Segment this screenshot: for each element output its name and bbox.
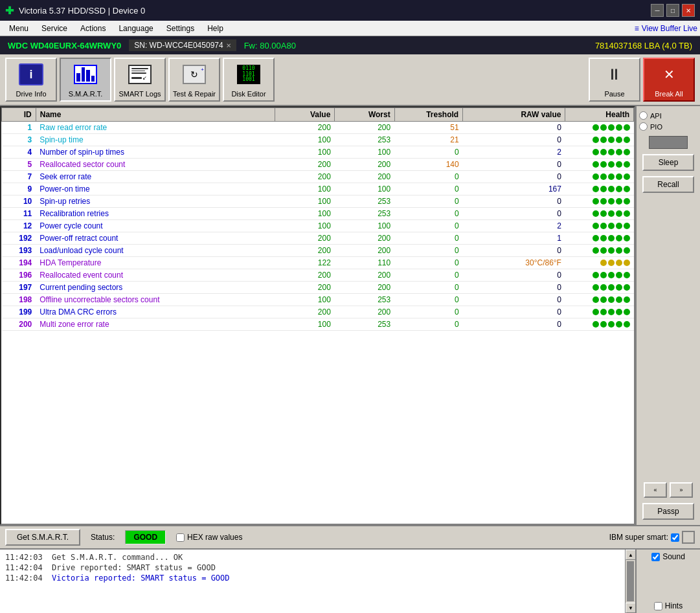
health-dot — [616, 296, 622, 303]
passp-button[interactable]: Passp — [642, 503, 694, 520]
menu-service[interactable]: Service — [35, 23, 74, 34]
health-dots — [569, 223, 630, 229]
break-all-button[interactable]: ✕ Break All — [643, 58, 695, 102]
toolbar-drive-info[interactable]: i Drive Info — [5, 58, 57, 102]
health-dot — [616, 321, 622, 328]
minimize-button[interactable]: ─ — [651, 4, 664, 17]
cell-raw: 2 — [463, 220, 565, 232]
health-dot — [616, 272, 622, 278]
health-dot — [616, 247, 622, 254]
device-bar: WDC WD40EURX-64WRWY0 SN: WD-WCC4E0450974… — [0, 36, 700, 54]
toolbar-disk-editor[interactable]: 011011011001 Disk Editor — [223, 58, 275, 102]
hints-checkbox[interactable] — [654, 602, 662, 610]
col-id: ID — [2, 108, 36, 122]
health-dot — [600, 284, 607, 291]
table-row: 196 Reallocated event count 200 200 0 0 — [2, 269, 634, 282]
get-smart-button[interactable]: Get S.M.A.R.T. — [5, 529, 80, 546]
pause-icon: ⏸ — [602, 61, 627, 87]
pio-radio[interactable] — [639, 122, 648, 131]
cell-health — [565, 122, 634, 134]
health-dot — [608, 247, 615, 254]
health-dot — [624, 272, 630, 278]
pause-button[interactable]: ⏸ Pause — [589, 58, 640, 102]
health-dot — [616, 284, 622, 291]
log-message: Drive reported: SMART status = GOOD — [52, 563, 216, 572]
pio-label: PIO — [650, 123, 662, 131]
toolbar-smart-logs[interactable]: ↙ SMART Logs — [114, 58, 166, 102]
health-dot — [593, 198, 599, 205]
cell-raw: 0 — [463, 294, 565, 306]
scroll-down-button[interactable]: ▼ — [626, 603, 636, 613]
toolbar-smart[interactable]: S.M.A.R.T. — [60, 58, 111, 102]
col-name: Name — [36, 108, 275, 122]
sn-close-button[interactable]: ✕ — [226, 42, 231, 49]
recall-button[interactable]: Recall — [642, 176, 694, 193]
next-button[interactable]: » — [670, 482, 693, 498]
ibm-checkbox[interactable] — [671, 533, 679, 542]
menu-settings[interactable]: Settings — [160, 23, 201, 34]
cell-name: Power cycle count — [36, 220, 275, 232]
cell-worst: 100 — [335, 146, 394, 159]
health-dot — [616, 173, 622, 180]
cell-id: 1 — [2, 122, 36, 134]
health-dot — [593, 186, 599, 192]
health-dot — [624, 149, 630, 155]
smart-table-area: ID Name Value Worst Treshold RAW value H… — [0, 106, 635, 525]
prev-button[interactable]: « — [644, 482, 667, 498]
menu-help[interactable]: Help — [201, 23, 230, 34]
cell-raw: 0 — [463, 318, 565, 331]
cell-health — [565, 183, 634, 195]
health-dot — [593, 235, 599, 241]
cell-threshold: 0 — [394, 318, 463, 331]
view-buffer-button[interactable]: ≡ View Buffer Live — [635, 24, 697, 33]
toolbar-test-repair[interactable]: ↻ + Test & Repair — [168, 58, 220, 102]
cell-name: Power-off retract count — [36, 232, 275, 245]
close-button[interactable]: ✕ — [682, 4, 695, 17]
health-dot — [600, 198, 607, 205]
health-dot — [608, 296, 615, 303]
cell-threshold: 0 — [394, 146, 463, 159]
health-dot — [624, 210, 630, 217]
cell-threshold: 21 — [394, 134, 463, 146]
lba-info: 7814037168 LBA (4,0 TB) — [590, 39, 697, 52]
health-dot — [600, 321, 607, 328]
table-row: 198 Offline uncorrectable sectors count … — [2, 294, 634, 306]
health-dots — [569, 309, 630, 315]
smart-logs-label: SMART Logs — [119, 90, 161, 98]
scroll-up-button[interactable]: ▲ — [626, 550, 636, 560]
scroll-thumb[interactable] — [627, 561, 634, 601]
device-name[interactable]: WDC WD40EURX-64WRWY0 — [3, 39, 126, 52]
cell-threshold: 0 — [394, 282, 463, 294]
cell-threshold: 0 — [394, 245, 463, 257]
hex-checkbox[interactable] — [176, 533, 185, 542]
cell-worst: 253 — [335, 195, 394, 208]
health-dots — [569, 173, 630, 180]
health-dot — [624, 284, 630, 291]
table-row: 193 Load/unload cycle count 200 200 0 0 — [2, 245, 634, 257]
health-dot — [593, 137, 599, 143]
log-entry: 11:42:03 Get S.M.A.R.T. command... OK — [5, 552, 620, 563]
api-label: API — [650, 112, 662, 120]
api-radio[interactable] — [639, 111, 648, 120]
cell-threshold: 0 — [394, 269, 463, 282]
cell-name: HDA Temperature — [36, 257, 275, 269]
log-entry: 11:42:04 Drive reported: SMART status = … — [5, 563, 620, 573]
menu-menu[interactable]: Menu — [3, 23, 35, 34]
log-time: 11:42:04 — [5, 563, 44, 572]
cell-raw: 0 — [463, 208, 565, 220]
maximize-button[interactable]: □ — [666, 4, 679, 17]
pio-radio-row: PIO — [639, 122, 697, 131]
health-dot — [624, 235, 630, 241]
sleep-button[interactable]: Sleep — [642, 154, 694, 171]
cell-id: 4 — [2, 146, 36, 159]
menu-actions[interactable]: Actions — [74, 23, 112, 34]
health-dot — [616, 161, 622, 168]
disk-editor-icon: 011011011001 — [236, 61, 262, 87]
table-row: 9 Power-on time 100 100 0 167 — [2, 183, 634, 195]
health-dots — [569, 321, 630, 328]
cell-worst: 200 — [335, 171, 394, 183]
menu-language[interactable]: Language — [112, 23, 159, 34]
sound-checkbox[interactable] — [651, 553, 660, 561]
right-log-panel: Sound Hints — [635, 550, 700, 613]
cell-health — [565, 306, 634, 318]
